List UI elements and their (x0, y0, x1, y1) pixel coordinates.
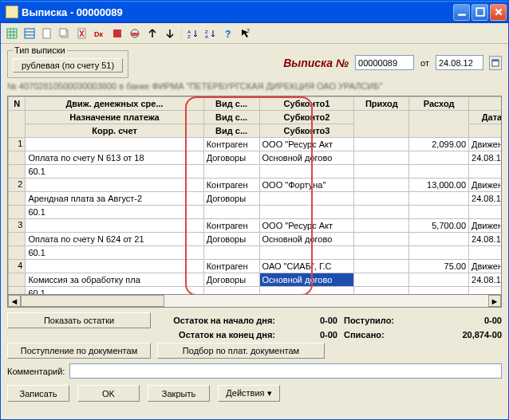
toolbar-down-arrow-icon[interactable] (164, 27, 176, 40)
cell[interactable]: Движение средств по расч (469, 179, 502, 192)
cell[interactable]: ОАО "СИАБ", Г.С (259, 260, 354, 273)
toolbar-grid2-icon[interactable] (23, 27, 36, 40)
cell[interactable]: Контраген (203, 219, 259, 233)
toolbar-dk-icon[interactable]: Dк (93, 27, 106, 40)
cell[interactable]: 24.08.12 (469, 233, 502, 246)
cell[interactable]: Комиссия за обработку пла (26, 273, 203, 287)
table-row[interactable]: 60.10 (9, 246, 503, 260)
table-row[interactable]: 3КонтрагенООО "Ресурс Акт5,700.00Движени… (9, 219, 503, 233)
cell[interactable]: 24.08.12 (469, 192, 502, 206)
cell[interactable] (203, 246, 259, 260)
cell[interactable] (354, 260, 409, 273)
cell[interactable]: Движение средств по расч (469, 138, 502, 151)
cell[interactable]: Договоры (203, 273, 259, 287)
save-button[interactable]: Записать (7, 385, 69, 402)
maximize-button[interactable] (472, 4, 488, 21)
col-subconto3[interactable]: Субконто3 (259, 124, 354, 138)
cell[interactable] (26, 138, 203, 151)
toolbar-copy-icon[interactable] (58, 27, 71, 40)
toolbar-sort-az-icon[interactable]: AZ (187, 27, 199, 40)
cell[interactable]: 24.08.12 (469, 273, 502, 287)
cancel-button[interactable]: Закрыть (148, 385, 210, 402)
cell[interactable]: Оплата по счету N 613 от 18 (26, 151, 203, 165)
cell[interactable] (469, 206, 502, 219)
scroll-thumb[interactable] (21, 295, 164, 307)
toolbar-up-arrow-icon[interactable] (146, 27, 159, 40)
col-movement[interactable]: Движ. денежных сре... (26, 97, 203, 111)
toolbar-sort-za-icon[interactable]: ZA (204, 27, 217, 40)
cell[interactable]: ООО "Ресурс Акт (259, 219, 354, 233)
cell[interactable]: ООО "Фортуна" (259, 179, 354, 192)
table-row[interactable]: 60.10 (9, 165, 503, 179)
cell[interactable]: Оплата по счету N 624 от 21 (26, 233, 203, 246)
col-expense[interactable]: Расход (409, 97, 469, 111)
horizontal-scrollbar[interactable]: ◄ ► (8, 294, 501, 307)
comment-input[interactable] (69, 363, 502, 379)
cell[interactable]: Движение средств по расч (469, 260, 502, 273)
toolbar-clock-icon[interactable] (128, 27, 141, 40)
doc-number-input[interactable] (355, 55, 414, 70)
toolbar-grid-icon[interactable] (6, 27, 18, 40)
col-subconto2[interactable]: Субконто2 (259, 111, 354, 124)
cell[interactable]: 60.1 (26, 246, 203, 260)
col-type3[interactable]: Вид с... (203, 124, 259, 138)
col-n[interactable]: N (9, 97, 26, 111)
col-income[interactable]: Приход (354, 97, 409, 111)
cell[interactable] (26, 179, 203, 192)
cell[interactable]: Основной догово (259, 151, 354, 165)
statement-type-button[interactable]: рублевая (по счету 51) (13, 58, 123, 73)
ok-button[interactable]: OK (77, 385, 140, 402)
cell[interactable] (26, 260, 203, 273)
table-row[interactable]: 2КонтрагенООО "Фортуна"13,000.00Движение… (9, 179, 503, 192)
cell[interactable] (259, 192, 354, 206)
cell[interactable]: Договоры (203, 151, 259, 165)
data-grid[interactable]: N Движ. денежных сре... Вид с... Субконт… (7, 96, 502, 308)
cell[interactable]: 5,700.00 (409, 219, 469, 233)
scroll-left-button[interactable]: ◄ (8, 295, 21, 307)
cell[interactable] (469, 246, 502, 260)
col-subconto1[interactable]: Субконто1 (259, 97, 354, 111)
cell[interactable]: Контраген (203, 138, 259, 151)
cell[interactable]: Основной догово (259, 233, 354, 246)
col-type1[interactable]: Вид с... (203, 97, 259, 111)
cell[interactable]: Контраген (203, 179, 259, 192)
toolbar-new-icon[interactable] (41, 27, 53, 40)
table-row[interactable]: Комиссия за обработку плаДоговорыОсновно… (9, 273, 503, 287)
col-supplydoc[interactable]: Документ поставки (469, 124, 502, 138)
toolbar-red-book-icon[interactable] (111, 27, 124, 40)
cell[interactable] (259, 165, 354, 179)
scroll-right-button[interactable]: ► (488, 295, 501, 307)
col-paymentdoc[interactable]: Плат. документ (469, 97, 502, 111)
cell[interactable]: Движение средств по расч (469, 219, 502, 233)
cell[interactable]: 13,000.00 (409, 179, 469, 192)
cell[interactable]: 60.1 (26, 206, 203, 219)
cell[interactable] (26, 219, 203, 233)
pick-by-payment-docs-button[interactable]: Подбор по плат. документам (157, 343, 325, 359)
cell[interactable]: 24.08.12 (469, 151, 502, 165)
cell[interactable] (259, 246, 354, 260)
cell[interactable]: ООО "Ресурс Акт (259, 138, 354, 151)
table-row[interactable]: 4КонтрагенОАО "СИАБ", Г.С75.00Движение с… (9, 260, 503, 273)
col-corracct[interactable]: Корр. счет (26, 124, 203, 138)
table-row[interactable]: Оплата по счету N 624 от 21ДоговорыОснов… (9, 233, 503, 246)
toolbar-whatsthis-icon[interactable]: ? (239, 27, 252, 40)
cell[interactable] (259, 206, 354, 219)
cell[interactable]: 60.1 (26, 165, 203, 179)
cell[interactable]: Основной догово (259, 273, 354, 287)
close-button[interactable] (490, 4, 507, 21)
table-row[interactable]: Оплата по счету N 613 от 18ДоговорыОснов… (9, 151, 503, 165)
cell[interactable] (354, 179, 409, 192)
toolbar-delete-icon[interactable] (76, 27, 89, 40)
actions-button[interactable]: Действия (218, 385, 280, 402)
cell[interactable]: Договоры (203, 233, 259, 246)
col-docdate[interactable]: Дата док. (469, 111, 502, 124)
cell[interactable] (354, 219, 409, 233)
receipt-by-docs-button[interactable]: Поступление по документам (7, 343, 151, 359)
minimize-button[interactable] (453, 4, 470, 21)
cell[interactable] (469, 165, 502, 179)
cell[interactable] (203, 206, 259, 219)
cell[interactable]: 75.00 (409, 260, 469, 273)
table-row[interactable]: 1КонтрагенООО "Ресурс Акт2,099.00Движени… (9, 138, 503, 151)
date-picker-button[interactable] (489, 56, 502, 70)
table-row[interactable]: Арендная плата за Август-2Договоры24.08.… (9, 192, 503, 206)
